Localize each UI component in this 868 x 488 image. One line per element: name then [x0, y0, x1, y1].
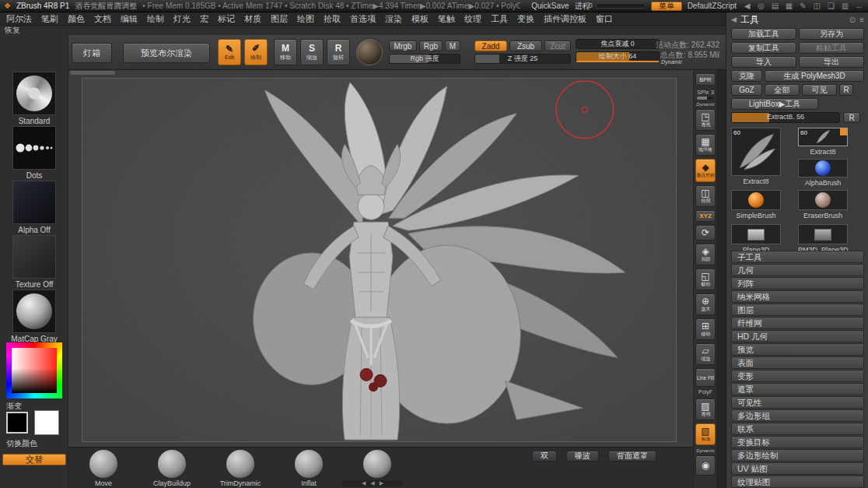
material-thumbnail[interactable] [356, 39, 383, 65]
paste-tool-button[interactable]: 粘贴工具 [799, 42, 864, 54]
menubar-item[interactable]: 绘制 [142, 13, 169, 25]
move-canvas-button[interactable]: ⊞ 移动 [695, 318, 716, 340]
export-button[interactable]: 导出 [799, 56, 864, 68]
tool-section-row[interactable]: 几何 [731, 264, 864, 276]
tool-section-row[interactable]: 联系 [731, 423, 864, 435]
tool-item-simplebrush[interactable] [731, 190, 781, 210]
goz-button[interactable]: GoZ [731, 84, 762, 96]
default-zscript-button[interactable]: DefaultZScript [688, 2, 737, 10]
tool-section-row[interactable]: 纹理贴图 [731, 476, 864, 488]
tool-section-row[interactable]: 多边形绘制 [731, 449, 864, 462]
grid-icon[interactable]: ▦ [784, 2, 794, 10]
tool-section-row[interactable]: UV 贴图 [731, 462, 864, 475]
zoom-button[interactable]: ⊕ 放大 [695, 293, 716, 315]
brush-preset[interactable]: Move [79, 450, 128, 487]
menubar-item[interactable]: 绘图 [292, 13, 319, 25]
current-tool-slider[interactable]: Extract8. 56 [731, 112, 840, 123]
zsub-button[interactable]: Zsub [509, 40, 542, 51]
menubar-item[interactable]: 插件调控板 [539, 13, 591, 25]
rows-icon[interactable]: ▥ [840, 2, 850, 10]
menubar-item[interactable]: 变换 [513, 13, 539, 25]
brush-preset[interactable]: ClayBuildup [148, 450, 196, 487]
texture-thumbnail[interactable] [12, 235, 56, 279]
secondary-color-swatch[interactable] [34, 410, 59, 435]
menubar-item[interactable]: 标记 [213, 13, 240, 25]
tool-item-alphabrush[interactable] [798, 159, 848, 177]
lightbox-tool-button[interactable]: LightBox▶工具 [731, 98, 818, 110]
pencil-icon[interactable]: ✎ [798, 2, 808, 10]
import-button[interactable]: 导入 [731, 56, 796, 68]
expand-icon[interactable]: ↔ [854, 2, 864, 10]
preview-boolean-button[interactable]: 预览布尔渲染 [123, 43, 210, 63]
brush-preset[interactable]: Inflat [285, 450, 333, 487]
scroll-arrow-icon[interactable]: ◀ [370, 480, 374, 486]
gradient-label[interactable]: 渐变 [6, 401, 22, 412]
menubar-item[interactable]: 阿尔法 [2, 13, 37, 25]
windows-icon[interactable]: ❏ [826, 2, 836, 10]
split-panel-icon[interactable]: ◫ [812, 2, 822, 10]
copy-tool-button[interactable]: 复制工具 [731, 42, 796, 54]
clone-button[interactable]: 克隆 [731, 70, 762, 82]
tool-section-row[interactable]: 变换目标 [731, 436, 864, 448]
zcut-button[interactable]: Zcut [544, 40, 571, 51]
canvas[interactable]: Move ClayBuildup TrimDynamic Inflat [68, 70, 693, 488]
menubar-item[interactable]: 工具 [486, 13, 513, 25]
zadd-button[interactable]: Zadd [474, 40, 507, 51]
alternate-button[interactable]: 交替 [2, 454, 66, 465]
menubar-item[interactable]: 渲染 [380, 13, 407, 25]
tool-item-eraserbrush[interactable] [798, 190, 848, 210]
document-scrollbar[interactable]: ◀◀▶ [342, 480, 403, 486]
menubar-item[interactable]: 拾取 [319, 13, 345, 25]
scale-canvas-button[interactable]: ▱ 缩放 [695, 343, 716, 365]
menubar-item[interactable]: 图层 [266, 13, 292, 25]
active-tool-thumbnail[interactable]: 60 [731, 128, 781, 176]
edit-button[interactable]: ✎ Edit [218, 39, 241, 65]
menubar-item[interactable]: 笔刷 [37, 13, 63, 25]
panel-menu-icon[interactable]: ≡ [859, 16, 864, 24]
collapse-panel-icon[interactable]: ◀ [731, 16, 737, 23]
lightbox-button[interactable]: 灯箱 [72, 43, 112, 63]
polyf-label[interactable]: PolyF [694, 389, 717, 395]
tool-section-row[interactable]: 预览 [731, 343, 864, 356]
canvas-scrollbar-horizontal[interactable] [70, 71, 115, 75]
brush-thumbnail[interactable] [12, 72, 56, 115]
local-button[interactable]: ◈ 局部 [695, 244, 716, 265]
canvas-toggle-button[interactable]: 双 [532, 451, 557, 462]
color-picker[interactable] [6, 342, 62, 398]
menubar-item[interactable]: 纹理 [460, 13, 486, 25]
load-tool-button[interactable]: 加载工具 [731, 28, 796, 40]
tool-section-row[interactable]: 变形 [731, 370, 864, 382]
goz-r-button[interactable]: R [839, 84, 853, 96]
activate-symmetry-button[interactable]: ◆ 激活对称 [695, 159, 716, 182]
tool-item-extract8[interactable]: 60 [798, 128, 848, 146]
menubar-item[interactable]: 窗口 [591, 13, 618, 25]
menubar-item[interactable]: 颜色 [63, 13, 89, 25]
stroke-thumbnail[interactable] [12, 126, 56, 170]
menubar-item[interactable]: 宏 [195, 13, 213, 25]
spix-slider[interactable] [697, 97, 714, 100]
document-viewport[interactable] [82, 78, 677, 442]
tool-section-row[interactable]: 遮罩 [731, 383, 864, 395]
xyz-button[interactable]: XYZ [695, 210, 716, 222]
tool-section-row[interactable]: 纤维网 [731, 317, 864, 329]
tool-item-plane3d[interactable] [731, 224, 781, 244]
switch-color-label[interactable]: 切换颜色 [6, 438, 37, 449]
menubar-item[interactable]: 首选项 [345, 13, 380, 25]
draw-button[interactable]: ✐ 绘制 [244, 39, 268, 65]
tool-section-row[interactable]: 可见性 [731, 396, 864, 409]
menubar-item[interactable]: 文档 [89, 13, 116, 25]
snapshot-button[interactable]: ◫ 快照 [695, 185, 716, 207]
scroll-arrow-icon[interactable]: ▶ [380, 480, 383, 486]
menubar-item[interactable]: 编辑 [116, 13, 142, 25]
tool-section-row[interactable]: 图层 [731, 304, 864, 316]
tool-section-row[interactable]: 纳米网格 [731, 290, 864, 303]
draw-size-slider[interactable]: 绘制大小 64 [576, 51, 660, 62]
color-picker-sv-square[interactable] [12, 348, 57, 393]
z-intensity-slider[interactable]: Z 强度 25 [474, 54, 571, 64]
progress-bar[interactable]: 0 [596, 3, 646, 9]
dynamic-mode-button[interactable]: ◉ [695, 455, 716, 476]
perspective-button[interactable]: ◳ 透视 [695, 109, 716, 131]
spin-button[interactable]: ⟳ [695, 225, 716, 240]
pin-icon[interactable]: ⊙ [849, 16, 856, 24]
document-icon[interactable]: ▤ [770, 2, 780, 10]
